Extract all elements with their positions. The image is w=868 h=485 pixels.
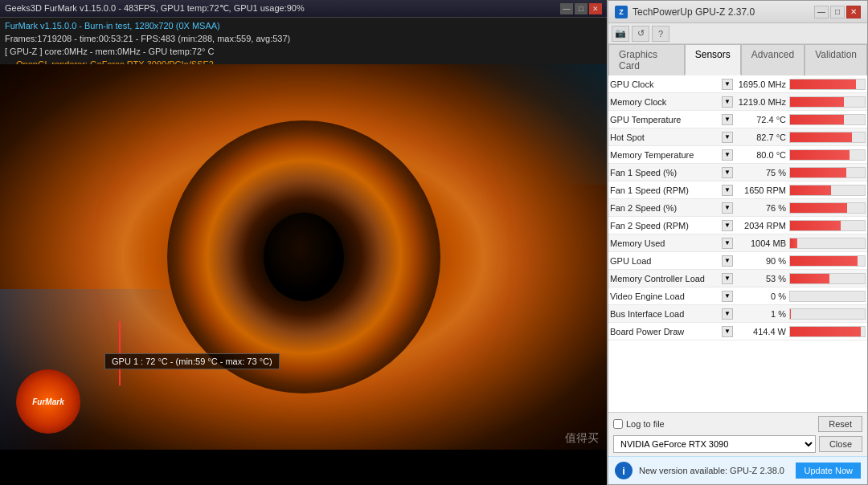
sensor-name-cell: Memory Temperature ▼ <box>610 149 735 161</box>
sensor-dropdown-button[interactable]: ▼ <box>722 273 733 284</box>
tab-sensors[interactable]: Sensors <box>685 44 741 75</box>
furmark-titlebar: Geeks3D FurMark v1.15.0.0 - 483FPS, GPU1… <box>0 0 607 18</box>
update-message: New version available: GPU-Z 2.38.0 <box>639 466 789 475</box>
sensor-name-cell: Hot Spot ▼ <box>610 132 735 143</box>
sensor-dropdown-button[interactable]: ▼ <box>722 132 733 143</box>
info-icon: i <box>615 462 633 479</box>
reset-button[interactable]: Reset <box>818 416 862 432</box>
sensor-value: 1004 MB <box>735 238 789 248</box>
sensor-name-cell: GPU Temperature ▼ <box>610 114 735 125</box>
sensor-row: GPU Temperature ▼ 72.4 °C <box>608 111 867 128</box>
sensor-bar <box>790 79 856 89</box>
sensor-row: Fan 2 Speed (RPM) ▼ 2034 RPM <box>608 217 867 234</box>
sensor-bar-container <box>789 202 866 214</box>
sensor-bar-container <box>789 149 866 161</box>
sensor-row: GPU Clock ▼ 1695.0 MHz <box>608 75 867 93</box>
sensor-bar <box>790 168 846 177</box>
sensor-name: Fan 2 Speed (%) <box>610 203 720 213</box>
sensor-bar-container <box>789 96 866 108</box>
sensor-bar <box>790 238 797 248</box>
sensor-dropdown-button[interactable]: ▼ <box>722 220 733 231</box>
furmark-logo-circle: FurMark <box>16 369 80 434</box>
furmark-close-button[interactable]: ✕ <box>589 3 602 14</box>
sensor-row: GPU Load ▼ 90 % <box>608 252 867 270</box>
furmark-window: Geeks3D FurMark v1.15.0.0 - 483FPS, GPU1… <box>0 0 607 485</box>
sensor-dropdown-button[interactable]: ▼ <box>722 238 733 249</box>
sensor-bar <box>790 309 791 319</box>
eye-pupil <box>264 213 344 301</box>
sensor-name: Fan 1 Speed (%) <box>610 168 720 177</box>
refresh-icon[interactable]: ↺ <box>632 26 649 42</box>
update-now-button[interactable]: Update Now <box>796 463 861 479</box>
gpuz-bottom-panel: Log to file Reset NVIDIA GeForce RTX 309… <box>608 412 867 456</box>
sensor-name: Memory Temperature <box>610 150 720 160</box>
sensor-dropdown-button[interactable]: ▼ <box>722 79 733 90</box>
help-icon[interactable]: ? <box>652 26 669 42</box>
tab-advanced[interactable]: Advanced <box>741 44 805 75</box>
sensor-name-cell: Memory Used ▼ <box>610 238 735 249</box>
sensor-dropdown-button[interactable]: ▼ <box>722 185 733 196</box>
gpuz-titlebar: Z TechPowerUp GPU-Z 2.37.0 — □ ✕ <box>608 1 867 23</box>
sensor-value: 1695.0 MHz <box>735 79 789 89</box>
furmark-maximize-button[interactable]: □ <box>575 3 588 14</box>
sensor-bar-container <box>789 114 866 125</box>
sensor-bar-container <box>789 132 866 143</box>
furmark-info-line-3: [ GPU-Z ] core:0MHz - mem:0MHz - GPU tem… <box>5 45 602 58</box>
sensor-dropdown-button[interactable]: ▼ <box>722 308 733 320</box>
furmark-minimize-button[interactable]: — <box>560 3 573 14</box>
log-to-file-checkbox[interactable] <box>613 419 623 429</box>
sensor-value: 1650 RPM <box>735 185 789 195</box>
sensor-bar <box>790 327 861 336</box>
sensor-name-cell: Bus Interface Load ▼ <box>610 308 735 320</box>
furmark-canvas: GPU 1 : 72 °C - (min:59 °C - max: 73 °C)… <box>0 64 607 450</box>
sensor-dropdown-button[interactable]: ▼ <box>722 255 733 267</box>
sensor-dropdown-button[interactable]: ▼ <box>722 167 733 178</box>
gpuz-minimize-button[interactable]: — <box>814 6 829 18</box>
sensor-name: GPU Load <box>610 256 720 266</box>
sensor-name-cell: GPU Load ▼ <box>610 255 735 267</box>
gpuz-close-button[interactable]: ✕ <box>846 6 861 18</box>
log-to-file-label[interactable]: Log to file <box>613 419 665 429</box>
sensor-row: Memory Controller Load ▼ 53 % <box>608 270 867 287</box>
temperature-overlay: GPU 1 : 72 °C - (min:59 °C - max: 73 °C) <box>104 353 280 369</box>
sensor-name-cell: Memory Controller Load ▼ <box>610 273 735 284</box>
sensor-bar-container <box>789 273 866 284</box>
sensor-dropdown-button[interactable]: ▼ <box>722 291 733 302</box>
tab-validation[interactable]: Validation <box>805 44 867 75</box>
sensor-value: 1219.0 MHz <box>735 97 789 107</box>
gpu-selector[interactable]: NVIDIA GeForce RTX 3090 <box>613 435 816 453</box>
sensor-name-cell: Video Engine Load ▼ <box>610 291 735 302</box>
sensor-value: 53 % <box>735 274 789 283</box>
sensor-bar <box>790 274 829 283</box>
sensor-value: 0 % <box>735 291 789 301</box>
sensor-bar-container <box>789 167 866 178</box>
gpu-selector-row: NVIDIA GeForce RTX 3090 Close <box>613 435 862 453</box>
sensor-dropdown-button[interactable]: ▼ <box>722 114 733 125</box>
gpuz-toolbar: 📷 ↺ ? <box>608 23 867 44</box>
sensor-bar <box>790 97 844 107</box>
sensor-row: Hot Spot ▼ 82.7 °C <box>608 128 867 146</box>
sensor-row: Bus Interface Load ▼ 1 % <box>608 305 867 323</box>
sensor-name-cell: GPU Clock ▼ <box>610 79 735 90</box>
sensor-dropdown-button[interactable]: ▼ <box>722 96 733 108</box>
sensor-name-cell: Fan 1 Speed (RPM) ▼ <box>610 185 735 196</box>
close-button[interactable]: Close <box>819 436 862 452</box>
furmark-logo: FurMark <box>16 369 80 434</box>
sensor-name: Board Power Draw <box>610 327 720 336</box>
sensor-row: Video Engine Load ▼ 0 % <box>608 287 867 305</box>
sensor-bar <box>790 115 844 124</box>
sensor-name: Fan 1 Speed (RPM) <box>610 185 720 195</box>
gpuz-tabs: Graphics Card Sensors Advanced Validatio… <box>608 44 867 75</box>
sensor-bar <box>790 221 841 230</box>
sensor-bar-container <box>789 255 866 267</box>
tab-graphics-card[interactable]: Graphics Card <box>608 44 685 75</box>
camera-icon[interactable]: 📷 <box>612 26 629 42</box>
gpuz-maximize-button[interactable]: □ <box>830 6 845 18</box>
sensor-dropdown-button[interactable]: ▼ <box>722 326 733 337</box>
sensor-dropdown-button[interactable]: ▼ <box>722 149 733 161</box>
eye-background: GPU 1 : 72 °C - (min:59 °C - max: 73 °C)… <box>0 64 607 450</box>
sensor-name-cell: Fan 2 Speed (%) ▼ <box>610 202 735 214</box>
sensor-dropdown-button[interactable]: ▼ <box>722 202 733 214</box>
sensor-value: 75 % <box>735 168 789 177</box>
sensor-name: GPU Clock <box>610 79 720 89</box>
